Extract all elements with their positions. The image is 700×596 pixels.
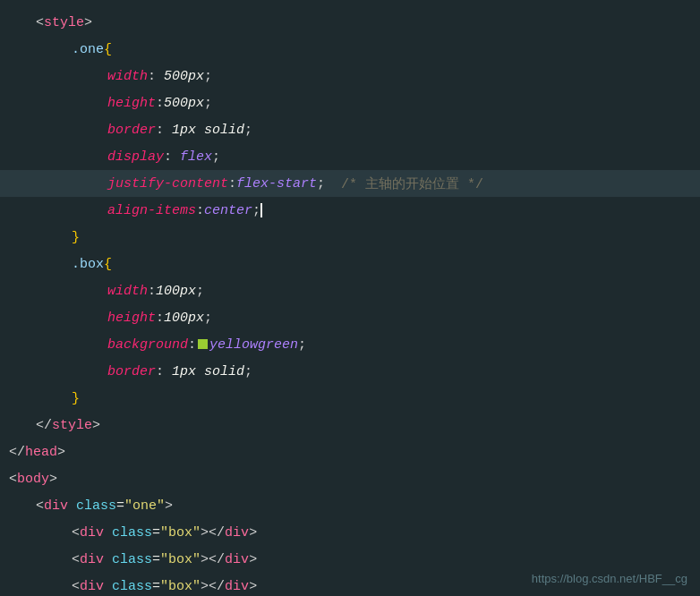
attr-value: "box" (160, 579, 201, 594)
code-line: align-items:center; (0, 197, 700, 224)
css-property: background (107, 337, 188, 353)
css-property: align-items (107, 203, 196, 218)
html-attr: class (112, 579, 152, 594)
css-selector: .one (72, 42, 104, 57)
code-line: background:yellowgreen; (0, 331, 700, 358)
code-line: .box{ (0, 251, 700, 277)
code-line: } (0, 385, 700, 412)
code-line-highlighted: justify-content:flex-start; /* 主轴的开始位置 *… (0, 170, 700, 197)
css-property: justify-content (107, 176, 228, 192)
code-line: display: flex; (0, 143, 700, 170)
css-value: flex-start (236, 176, 317, 192)
html-attr: class (76, 498, 116, 514)
html-attr: class (112, 525, 152, 541)
css-property: display (107, 149, 164, 165)
css-value: 500px (164, 69, 204, 84)
css-selector: .box (72, 257, 104, 272)
tag-name: style (44, 15, 84, 30)
html-tag: div (225, 579, 249, 594)
html-tag: div (225, 525, 249, 541)
css-property: width (107, 284, 148, 299)
css-value: 100px (156, 284, 196, 299)
code-line: .one{ (0, 36, 700, 63)
attr-value: "one" (124, 498, 165, 514)
code-line: width: 500px; (0, 63, 700, 89)
code-line: border: 1px solid; (0, 116, 700, 143)
css-property: height (107, 96, 156, 111)
code-line: width:100px; (0, 277, 700, 304)
watermark: https://blog.csdn.net/HBF__cg (532, 572, 687, 585)
css-value: 100px (164, 311, 204, 326)
css-property: width (107, 69, 148, 84)
curly-brace: } (72, 391, 80, 406)
css-property: border (107, 123, 156, 138)
css-value: flex (180, 149, 212, 165)
text-cursor (260, 203, 262, 217)
bracket: > (84, 15, 92, 30)
html-tag: div (80, 525, 104, 541)
tag-name: body (17, 472, 49, 487)
css-value: yellowgreen (209, 337, 298, 353)
html-tag: div (225, 552, 249, 567)
html-tag: div (44, 498, 68, 514)
tag-name: style (52, 418, 92, 433)
code-line: height:500px; (0, 89, 700, 116)
code-line: </style> (0, 412, 700, 438)
html-attr: class (112, 552, 152, 567)
code-line: border: 1px solid; (0, 358, 700, 385)
css-property: height (107, 311, 156, 326)
code-line: <div class="box"></div> (0, 546, 700, 573)
attr-value: "box" (160, 525, 201, 541)
color-swatch (198, 339, 208, 349)
code-line: height:100px; (0, 304, 700, 331)
html-tag: div (80, 579, 104, 594)
css-value: center (204, 203, 252, 218)
tag-name: head (25, 445, 57, 460)
css-property: border (107, 364, 156, 379)
code-line: <div class="box"></div> (0, 519, 700, 546)
attr-value: "box" (160, 552, 201, 567)
curly-brace: { (104, 42, 112, 57)
css-value: 1px solid (172, 123, 244, 138)
curly-brace: { (104, 257, 112, 272)
code-line: } (0, 224, 700, 251)
code-line: <style> (0, 9, 700, 36)
css-value: 1px solid (172, 364, 244, 379)
css-comment: /* 主轴的开始位置 */ (341, 175, 483, 192)
css-value: 500px (164, 96, 204, 111)
code-line: <div class="one"> (0, 492, 700, 519)
bracket: < (36, 15, 44, 30)
code-editor: <style> .one{ width: 500px; height:500px… (0, 0, 700, 596)
curly-brace: } (72, 230, 80, 245)
code-line: </head> (0, 438, 700, 465)
html-tag: div (80, 552, 104, 567)
code-line: <body> (0, 465, 700, 492)
